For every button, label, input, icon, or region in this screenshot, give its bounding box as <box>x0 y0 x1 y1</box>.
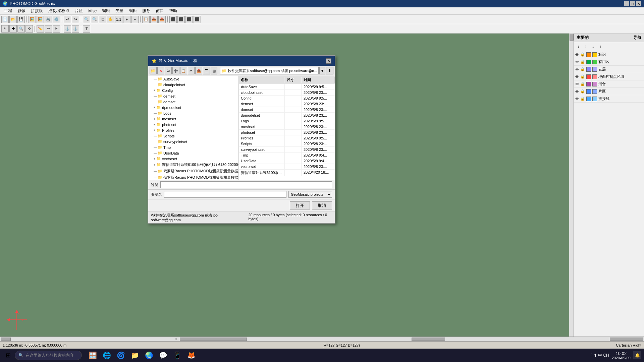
path-display[interactable]: 📁 软件交流联系softbase@qq.com 或者 pc-software@c… <box>220 67 319 74</box>
filetype-select[interactable]: GeoMosaic projects <box>288 191 332 198</box>
file-cell-time: 2020/5/8 23:... <box>301 130 335 135</box>
tree-item-config[interactable]: + 📁 Config <box>148 87 238 93</box>
expand-icon: — <box>154 170 157 173</box>
open-button[interactable]: 打开 <box>290 201 310 209</box>
dtb-export2[interactable]: 📤 <box>195 67 202 74</box>
tree-item-cloudpointset[interactable]: — 📁 cloudpointset <box>148 82 238 87</box>
filter-input[interactable] <box>160 181 332 188</box>
file-list: 名称 尺寸 时间 AutoSave 2020/5/9 9:5... cloudp… <box>239 76 335 180</box>
tree-item-vectorset[interactable]: + 📁 vectorset <box>148 156 238 162</box>
file-cell-name: 赛信道审计系统6100系... <box>239 170 284 176</box>
file-cell-time: 2020/5/9 9:5... <box>301 118 335 124</box>
file-row-profiles[interactable]: Profiles 2020/5/9 9:5... <box>239 135 335 141</box>
file-cell-name: dpmodelset <box>239 113 284 118</box>
expand-icon: + <box>154 123 155 126</box>
file-row-saixin[interactable]: 赛信道审计系统6100系... 2020/4/20 18:... <box>239 170 335 176</box>
file-cell-size <box>284 170 301 176</box>
taskbar-right: ^ ⬆ 中 CH 10:02 2020-05-09 🔔 <box>591 351 641 360</box>
taskbar-app-browser[interactable]: 🌐 <box>100 349 113 362</box>
dialog-title-label: 导入 GeoMosaic 工程 <box>159 58 197 64</box>
tree-item-meshset[interactable]: + 📁 meshset <box>148 116 238 122</box>
file-row-tmp[interactable]: Tmp 2020/5/9 9:4... <box>239 153 335 158</box>
file-cell-name: surveypointset <box>239 147 284 152</box>
dtb-copy[interactable]: 📋 <box>180 67 187 74</box>
file-cell-size <box>284 101 301 107</box>
dtb-new-folder[interactable]: 🗂 <box>165 67 172 74</box>
taskbar-app-chat[interactable]: 💬 <box>156 349 170 362</box>
dtb-delete[interactable]: ✕ <box>157 67 164 74</box>
taskbar-app-phone[interactable]: 📱 <box>170 349 184 362</box>
path-container: 📁 软件交流联系softbase@qq.com 或者 pc-software@c… <box>220 67 333 74</box>
file-tree: — 📁 AutoSave — 📁 cloudpointset + 📁 Confi… <box>148 76 239 180</box>
tree-item-domset[interactable]: — 📁 domset <box>148 99 238 105</box>
file-row-cloud[interactable]: cloudpointset 2020/5/8 23:... <box>239 90 335 96</box>
dtb-grid[interactable]: ▦ <box>211 67 218 74</box>
taskbar-search[interactable]: 🔍 在这里输入您想搜索的内容 <box>15 351 82 360</box>
dialog-title-text: ⭐ 导入 GeoMosaic 工程 <box>152 58 197 64</box>
file-cell-time: 2020/5/8 23:... <box>301 113 335 118</box>
tree-label-mesh: meshset <box>162 117 176 121</box>
tree-item-saixin[interactable]: + 📁 赛信道审计系统6100系列(单机版)-6180-20200420 <box>148 162 238 168</box>
file-cell-size <box>284 118 301 124</box>
tree-label-userdata: UserData <box>163 151 179 155</box>
file-row-surveypointset[interactable]: surveypointset 2020/5/8 23:... <box>239 147 335 153</box>
tray-icons: ^ ⬆ 中 CH <box>591 353 609 358</box>
tree-item-scripts[interactable]: — 📁 Scripts <box>148 133 238 139</box>
notification-button[interactable]: 🔔 <box>633 351 641 359</box>
path-dropdown-btn[interactable]: ▼ <box>319 67 325 74</box>
file-row-meshset[interactable]: meshset 2020/5/8 23:... <box>239 124 335 130</box>
tree-item-userdata[interactable]: — 📁 UserData <box>148 150 238 156</box>
file-row-autosave[interactable]: AutoSave 2020/5/9 9:5... <box>239 84 335 90</box>
search-icon: 🔍 <box>18 353 23 358</box>
file-row-dpmodelset[interactable]: dpmodelset 2020/5/8 23:... <box>239 113 335 118</box>
taskbar-app-earth[interactable]: 🌏 <box>142 349 156 362</box>
file-cell-time: 2020/5/8 23:... <box>301 141 335 146</box>
file-row-domset[interactable]: domset 2020/5/8 23:... <box>239 107 335 113</box>
tree-item-tmp[interactable]: — 📁 Tmp <box>148 144 238 150</box>
dtb-folder[interactable]: 📁 <box>150 67 157 74</box>
file-row-config[interactable]: Config 2020/5/9 9:5... <box>239 96 335 101</box>
taskbar-app-folder[interactable]: 📁 <box>128 349 142 362</box>
path-up-btn[interactable]: ⬆ <box>326 67 333 74</box>
expand-icon: — <box>154 134 157 138</box>
cancel-button[interactable]: 取消 <box>312 201 332 209</box>
file-cell-name: cloudpointset <box>239 90 284 95</box>
expand-icon: + <box>154 117 155 121</box>
file-row-photoset[interactable]: photoset 2020/5/8 23:... <box>239 130 335 135</box>
taskbar-app-windows[interactable]: 🪟 <box>86 349 99 362</box>
file-cell-time: 2020/5/8 23:... <box>301 124 335 129</box>
file-row-vectorset[interactable]: vectorset 2020/5/8 23:... <box>239 164 335 170</box>
start-button[interactable]: ⊞ <box>3 350 13 361</box>
tree-label-autosave: AutoSave <box>163 77 179 81</box>
folder-icon-survey: 📁 <box>158 139 162 144</box>
folder-icon-vector: 📁 <box>156 157 161 161</box>
tree-item-photoset[interactable]: + 📁 photoset <box>148 122 238 127</box>
file-row-logs[interactable]: Logs 2020/5/9 9:5... <box>239 118 335 124</box>
file-cell-name: Config <box>239 96 284 101</box>
tree-item-dpmodelset[interactable]: + 📁 dpmodelset <box>148 105 238 110</box>
tree-label-logs: Logs <box>163 111 171 115</box>
taskbar-app-edge[interactable]: 🌀 <box>114 349 127 362</box>
dtb-cut[interactable]: ✂ <box>188 67 195 74</box>
dtb-add[interactable]: ➕ <box>172 67 179 74</box>
tree-item-logs[interactable]: — 📁 Logs <box>148 110 238 116</box>
file-cell-size <box>284 164 301 169</box>
taskbar-app-photo[interactable]: 🦊 <box>184 349 198 362</box>
folder-icon-scripts: 📁 <box>158 134 162 138</box>
tree-item-eluosi2[interactable]: — 📁 俄罗斯Racurs PHOTOMOD航测摄影测量数据后处理软件 <box>148 174 238 180</box>
dialog-icon: ⭐ <box>152 59 157 63</box>
tree-item-autosave[interactable]: — 📁 AutoSave <box>148 76 238 82</box>
file-row-userdata[interactable]: UserData 2020/5/9 9:4... <box>239 158 335 164</box>
tree-item-eluosi1[interactable]: — 📁 俄罗斯Racurs PHOTOMOD航测摄影测量数据后处理软件 <box>148 168 238 174</box>
tree-item-surveypointset[interactable]: — 📁 surveypointset <box>148 139 238 144</box>
tree-item-demset[interactable]: — 📁 demset <box>148 93 238 99</box>
file-row-demset[interactable]: demset 2020/5/8 23:... <box>239 101 335 107</box>
tree-item-profiles[interactable]: + 📁 Profiles <box>148 127 238 133</box>
dialog-toolbar: 📁 ✕ 🗂 ➕ 📋 ✂ 📤 ☰ ▦ 📁 软件交流联系softbase@qq.co… <box>148 66 335 76</box>
dialog-close-button[interactable]: ✕ <box>326 58 331 64</box>
dialog-status-path: /软件交流联系softbase@qq.com 或者 pc-software@qq… <box>151 213 241 222</box>
folder-icon-logs: 📁 <box>158 111 162 115</box>
filename-input[interactable] <box>164 191 286 198</box>
file-row-scripts[interactable]: Scripts 2020/5/8 23:... <box>239 141 335 147</box>
dtb-list[interactable]: ☰ <box>203 67 210 74</box>
